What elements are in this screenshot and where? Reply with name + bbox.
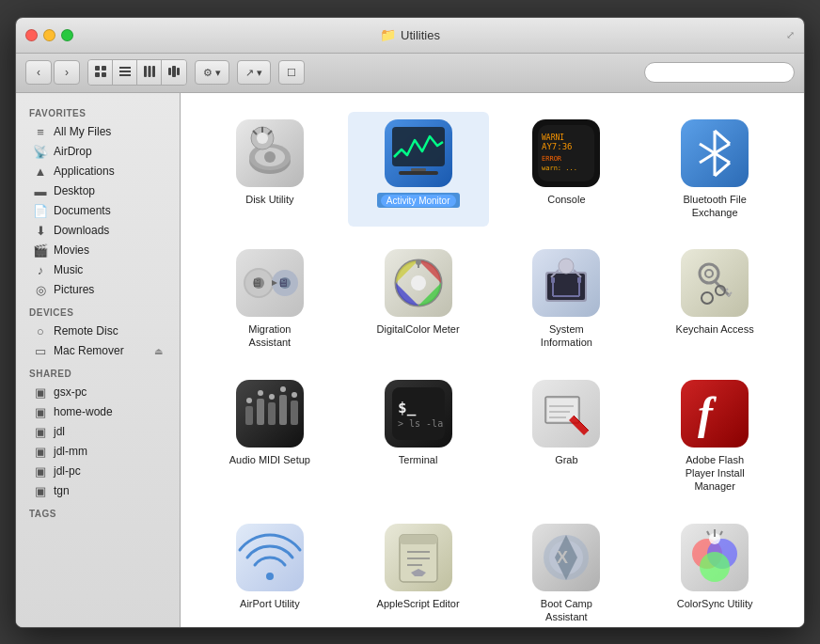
sidebar-item-icon: ▣ <box>33 405 48 419</box>
sidebar-item-text: jdl-mm <box>54 445 87 458</box>
sidebar-item-text: AirDrop <box>54 145 92 158</box>
app-icon-label: Disk Utility <box>245 193 293 206</box>
svg-point-57 <box>559 259 574 274</box>
app-icon-adobe-flash[interactable]: f Adobe Flash Player Install Manager <box>644 372 785 501</box>
svg-rect-7 <box>144 66 147 77</box>
svg-rect-77 <box>279 395 287 425</box>
sidebar-item-tgn[interactable]: ▣tgn <box>20 481 176 501</box>
eject-icon[interactable]: ⏏ <box>154 346 163 356</box>
back-button[interactable]: ‹ <box>25 60 52 85</box>
svg-point-80 <box>258 390 263 396</box>
action-button[interactable]: ↗ ▾ <box>237 60 271 85</box>
main-layout: FAVORITES≡All My Files📡AirDrop▲Applicati… <box>16 93 804 627</box>
sidebar-item-icon: 📡 <box>33 145 48 159</box>
app-icon-label: ColorSync Utility <box>677 597 753 610</box>
sidebar-item-jdl[interactable]: ▣jdl <box>20 422 176 442</box>
svg-rect-61 <box>577 277 581 283</box>
sidebar-section-label: FAVORITES <box>16 101 180 122</box>
sidebar-section-label: DEVICES <box>16 300 180 322</box>
app-icon-label: DigitalColor Meter <box>377 322 460 336</box>
app-icon-image <box>385 249 452 317</box>
share-button[interactable]: ☐ <box>278 60 305 85</box>
minimize-button[interactable] <box>43 29 55 41</box>
sidebar-item-airdrop[interactable]: 📡AirDrop <box>20 142 176 162</box>
finder-window: 📁 Utilities ⤢ ‹ › <box>15 17 805 628</box>
svg-rect-78 <box>291 401 298 425</box>
sidebar-item-jdl-mm[interactable]: ▣jdl-mm <box>20 442 176 462</box>
svg-rect-74 <box>245 406 253 425</box>
search-input[interactable] <box>656 67 786 78</box>
app-icon-keychain-access[interactable]: Keychain Access <box>644 242 785 357</box>
sidebar-item-remote-disc[interactable]: ○Remote Disc <box>20 322 176 341</box>
app-icon-label: Terminal <box>399 453 438 466</box>
sidebar-item-gsx-pc[interactable]: ▣gsx-pc <box>20 383 176 402</box>
svg-rect-4 <box>119 67 131 69</box>
svg-text:warn: ...: warn: ... <box>542 165 577 172</box>
close-button[interactable] <box>25 29 38 41</box>
view-list-button[interactable] <box>113 60 137 85</box>
window-title: 📁 Utilities <box>380 27 440 42</box>
sidebar-item-music[interactable]: ♪Music <box>20 260 176 280</box>
svg-text:$_: $_ <box>398 399 417 416</box>
nav-buttons: ‹ › <box>25 60 80 85</box>
view-controls <box>87 59 187 86</box>
search-box[interactable] <box>644 62 795 83</box>
sidebar-item-icon: ▣ <box>33 425 48 439</box>
sidebar-item-text: Pictures <box>54 283 94 296</box>
sidebar-item-pictures[interactable]: ◎Pictures <box>20 280 176 300</box>
app-icon-terminal[interactable]: $_ > ls -la Terminal <box>348 372 489 501</box>
app-icon-applescript-editor[interactable]: AppleScript Editor <box>348 516 489 627</box>
title-text: Utilities <box>401 28 440 42</box>
sidebar-item-jdl-pc[interactable]: ▣jdl-pc <box>20 462 176 481</box>
sidebar-item-desktop[interactable]: ▬Desktop <box>20 181 176 201</box>
app-icon-system-information[interactable]: System Information <box>497 242 638 357</box>
maximize-button[interactable] <box>61 29 73 41</box>
app-icon-airport-utility[interactable]: AirPort Utility <box>199 516 340 627</box>
svg-rect-28 <box>411 168 426 171</box>
sidebar-item-icon: 🎬 <box>33 243 48 258</box>
arrange-icon: ⚙ <box>203 67 213 79</box>
app-icon-label: Activity Monitor <box>377 193 460 208</box>
sidebar-section-label: TAGS <box>16 501 180 523</box>
sidebar-item-text: Downloads <box>54 224 109 237</box>
app-icon-console[interactable]: WARNI AY7:36 ERROR warn: ... Console <box>497 112 638 228</box>
svg-point-53 <box>416 259 421 265</box>
sidebar-item-applications[interactable]: ▲Applications <box>20 162 176 181</box>
svg-rect-2 <box>95 72 100 77</box>
app-icon-image <box>681 524 749 591</box>
app-icon-activity-monitor[interactable]: Activity Monitor <box>348 112 489 228</box>
view-column-button[interactable] <box>137 60 162 85</box>
sidebar-item-home-wode[interactable]: ▣home-wode <box>20 402 176 422</box>
content-area: Disk Utility Activity Monitor WARNI AY7:… <box>181 93 804 627</box>
toolbar: ‹ › <box>16 54 804 93</box>
sidebar-item-icon: ○ <box>33 324 48 338</box>
app-icon-grab[interactable]: Grab <box>497 372 638 501</box>
svg-text:🖥: 🖥 <box>251 276 262 290</box>
sidebar-item-mac-remover[interactable]: ▭Mac Remover⏏ <box>20 341 176 361</box>
sidebar-item-icon: ♪ <box>33 263 48 277</box>
app-icon-digitalcolor-meter[interactable]: DigitalColor Meter <box>348 242 489 357</box>
sidebar-item-icon: ▭ <box>33 344 48 358</box>
forward-button[interactable]: › <box>54 60 80 85</box>
sidebar-item-documents[interactable]: 📄Documents <box>20 201 176 221</box>
svg-rect-1 <box>102 66 106 71</box>
sidebar-item-all-my-files[interactable]: ≡All My Files <box>20 122 176 142</box>
sidebar-item-text: Documents <box>54 204 111 217</box>
view-coverflow-button[interactable] <box>162 60 186 85</box>
app-icon-migration-assistant[interactable]: 🖥 🖥 Migration Assistant <box>199 242 340 357</box>
view-icon-button[interactable] <box>88 60 113 85</box>
app-icon-audio-midi-setup[interactable]: Audio MIDI Setup <box>199 372 340 501</box>
app-icon-colorsync-utility[interactable]: ColorSync Utility <box>644 516 785 627</box>
arrange-button[interactable]: ⚙ ▾ <box>195 60 229 85</box>
arrange-arrow: ▾ <box>215 67 221 79</box>
app-icon-bluetooth-file-exchange[interactable]: Bluetooth File Exchange <box>644 112 785 228</box>
app-icon-disk-utility[interactable]: Disk Utility <box>199 112 340 228</box>
back-icon: ‹ <box>37 66 40 79</box>
app-icon-boot-camp-assistant[interactable]: X Boot Camp Assistant <box>497 516 638 627</box>
expand-button[interactable]: ⤢ <box>786 29 795 41</box>
sidebar-item-movies[interactable]: 🎬Movies <box>20 241 176 260</box>
sidebar-item-downloads[interactable]: ⬇Downloads <box>20 221 176 241</box>
view-coverflow-icon <box>167 65 181 80</box>
svg-rect-3 <box>102 72 106 77</box>
action-arrow: ▾ <box>257 67 262 79</box>
